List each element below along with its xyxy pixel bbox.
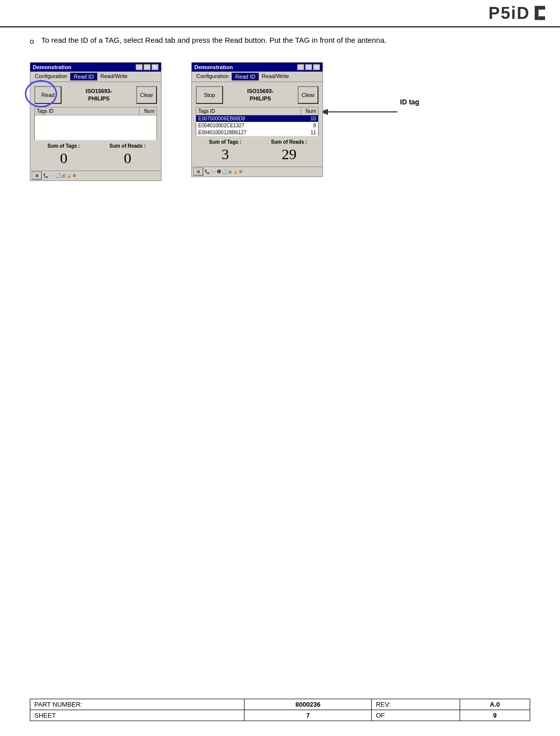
right-sum-tags-value: 3 xyxy=(196,146,255,163)
iso-label-right: ISO15693-PHILIPS xyxy=(226,88,295,102)
menu-configuration-left[interactable]: Configuration xyxy=(32,73,70,81)
tag-num-cell: 8 xyxy=(301,122,319,129)
maximize-button-right[interactable]: □ xyxy=(305,64,312,70)
tag-id-cell: E00401000128B6127 xyxy=(196,129,301,136)
psion-logo: P5iD xyxy=(488,4,545,23)
right-sum-reads-label: Sum of Reads : xyxy=(260,139,319,145)
svg-rect-2 xyxy=(539,5,545,9)
right-sum-section: Sum of Tags : 3 Sum of Reads : 29 xyxy=(196,139,319,163)
right-title-bar: Demonstration _ □ × xyxy=(192,63,322,72)
num-header-left: Num xyxy=(140,107,157,115)
right-demo-body: Stop ISO15693-PHILIPS Clear Tags ID Num … xyxy=(192,82,322,167)
left-sum-tags-label: Sum of Tags : xyxy=(34,143,93,149)
clear-button-left[interactable]: Clear xyxy=(136,86,157,104)
instruction-line: o To read the ID of a TAG, select Read t… xyxy=(30,35,530,47)
of-label: OF xyxy=(372,710,460,721)
left-taskbar-icons: 📞·····🔄🖨🔒⚙ xyxy=(43,174,76,178)
clear-button-right[interactable]: Clear xyxy=(298,86,319,104)
left-menu-bar: Configuration Read ID Read/Write xyxy=(30,72,161,82)
footer-row-1: PART NUMBER: 8000236 REV: A.0 xyxy=(30,699,530,710)
left-sum-reads-value: 0 xyxy=(98,150,158,167)
table-row: E004010002CE13278 xyxy=(196,122,319,129)
left-sum-section: Sum of Tags : 0 Sum of Reads : 0 xyxy=(34,143,157,167)
id-tag-arrow xyxy=(323,103,422,123)
left-tags-table: Tags ID Num xyxy=(34,107,157,140)
right-sum-reads-value: 29 xyxy=(260,146,319,163)
left-read-section: Read ISO15693-PHILIPS Clear xyxy=(34,86,157,104)
left-title-bar: Demonstration _ □ × xyxy=(30,63,161,72)
main-content: o To read the ID of a TAG, select Read t… xyxy=(30,35,530,181)
title-bar-buttons[interactable]: _ □ × xyxy=(136,64,159,70)
tag-num-cell: 11 xyxy=(301,129,319,136)
id-tag-label: ID tag xyxy=(400,98,419,106)
rev-value: A.0 xyxy=(460,699,530,710)
page-footer: PART NUMBER: 8000236 REV: A.0 SHEET 7 OF… xyxy=(30,699,530,721)
stop-button[interactable]: Stop xyxy=(196,86,223,104)
menu-read-write-left[interactable]: Read/Write xyxy=(97,73,131,81)
minimize-button-right[interactable]: _ xyxy=(297,64,304,70)
right-demo-screenshot: Demonstration _ □ × Configuration Read I… xyxy=(191,62,323,181)
part-number-value: 8000236 xyxy=(244,699,372,710)
part-number-label: PART NUMBER: xyxy=(30,699,244,710)
right-tags-table: Tags ID Num E007000006EB88D810E004010002… xyxy=(196,107,319,136)
tag-num-cell: 10 xyxy=(301,115,319,122)
left-sum-tags-value: 0 xyxy=(34,150,93,167)
empty-row-left xyxy=(35,115,157,140)
tag-id-cell: E004010002CE1327 xyxy=(196,122,301,129)
right-taskbar: ⊞ 📞·····🅐🔄🖨🔒⚙ xyxy=(192,167,322,177)
sheet-label: SHEET xyxy=(30,710,244,721)
sheet-value: 7 xyxy=(244,710,372,721)
close-button[interactable]: × xyxy=(152,64,159,70)
left-sum-tags-col: Sum of Tags : 0 xyxy=(34,143,93,167)
screenshots-container: Demonstration _ □ × Configuration Read I… xyxy=(30,62,530,181)
left-taskbar: ⊞ 📞·····🔄🖨🔒⚙ xyxy=(30,171,161,181)
maximize-button[interactable]: □ xyxy=(144,64,151,70)
table-row: E007000006EB88D810 xyxy=(196,115,319,122)
menu-configuration-right[interactable]: Configuration xyxy=(193,73,232,81)
left-demo-screenshot: Demonstration _ □ × Configuration Read I… xyxy=(30,62,161,181)
svg-rect-3 xyxy=(539,16,545,20)
right-demo-window: Demonstration _ □ × Configuration Read I… xyxy=(191,62,323,177)
left-window-title: Demonstration xyxy=(33,64,72,70)
rev-label: REV: xyxy=(372,699,460,710)
iso-label-left: ISO15693-PHILIPS xyxy=(65,88,133,102)
right-sum-reads-col: Sum of Reads : 29 xyxy=(260,139,319,163)
right-sum-tags-col: Sum of Tags : 3 xyxy=(196,139,255,163)
right-title-bar-buttons[interactable]: _ □ × xyxy=(297,64,320,70)
minimize-button[interactable]: _ xyxy=(136,64,143,70)
left-demo-window: Demonstration _ □ × Configuration Read I… xyxy=(30,62,161,181)
menu-read-id-left[interactable]: Read ID xyxy=(70,73,97,81)
right-sum-tags-label: Sum of Tags : xyxy=(196,139,255,145)
num-header-right: Num xyxy=(301,107,319,115)
tags-id-header-left: Tags ID xyxy=(35,107,140,115)
instruction-text: To read the ID of a TAG, select Read tab… xyxy=(41,35,386,46)
left-sum-reads-col: Sum of Reads : 0 xyxy=(98,143,158,167)
table-row: E00401000128B612711 xyxy=(196,129,319,136)
left-demo-body: Read ISO15693-PHILIPS Clear Tags ID Num xyxy=(30,82,161,171)
menu-read-write-right[interactable]: Read/Write xyxy=(259,73,292,81)
read-button[interactable]: Read xyxy=(34,86,62,104)
right-taskbar-icons: 📞·····🅐🔄🖨🔒⚙ xyxy=(205,170,242,174)
menu-read-id-right[interactable]: Read ID xyxy=(232,73,258,81)
svg-text:P5iD: P5iD xyxy=(488,4,530,22)
of-value: 9 xyxy=(460,710,530,721)
close-button-right[interactable]: × xyxy=(313,64,320,70)
footer-table: PART NUMBER: 8000236 REV: A.0 SHEET 7 OF… xyxy=(30,699,530,721)
right-window-title: Demonstration xyxy=(194,64,233,70)
right-read-section: Stop ISO15693-PHILIPS Clear xyxy=(196,86,319,104)
svg-rect-1 xyxy=(535,5,539,20)
right-menu-bar: Configuration Read ID Read/Write xyxy=(192,72,322,82)
bullet-point: o xyxy=(30,36,34,47)
tags-id-header-right: Tags ID xyxy=(196,107,301,115)
page-header: P5iD xyxy=(0,0,560,27)
start-button-right[interactable]: ⊞ xyxy=(193,168,203,176)
tag-id-cell: E007000006EB88D8 xyxy=(196,115,301,122)
footer-row-2: SHEET 7 OF 9 xyxy=(30,710,530,721)
start-button-left[interactable]: ⊞ xyxy=(32,172,42,180)
left-sum-reads-label: Sum of Reads : xyxy=(98,143,158,149)
